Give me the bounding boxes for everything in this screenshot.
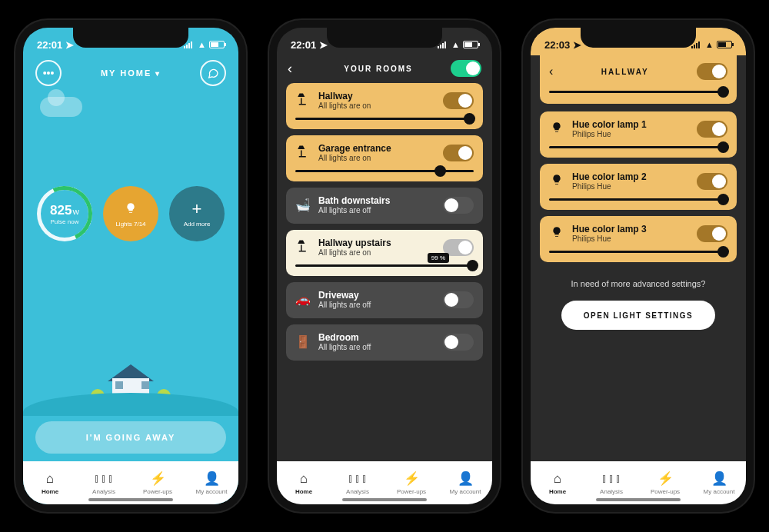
bulb-icon [549,226,564,241]
room-hero: ‹ HALLWAY [540,55,737,104]
lamp-icon [295,239,311,256]
bolt-icon: ⚡ [404,470,420,487]
going-away-button[interactable]: I'M GOING AWAY [35,421,226,454]
add-more-button[interactable]: + Add more [169,186,225,241]
home-icon: ⌂ [46,471,54,487]
bulb-icon [549,174,564,189]
status-time: 22:01 [37,39,62,51]
lamp-icon [295,92,311,109]
lamp-icon [295,145,311,161]
lamp-card[interactable]: Hue color lamp 3Philips Hue [540,216,737,262]
back-button[interactable]: ‹ [549,65,553,78]
lamp-toggle[interactable] [697,121,727,138]
rooms-title: YOUR ROOMS [344,65,412,73]
location-icon: ➤ [319,39,328,51]
tab-account[interactable]: 👤My account [185,461,238,504]
brightness-slider[interactable] [549,146,727,148]
room-toggle[interactable] [443,197,474,214]
chart-icon: ⫾⫾⫾ [348,471,368,487]
room-card[interactable]: 🛁 Bath downstairsAll lights are off [286,188,483,224]
pulse-unit: W [72,208,79,216]
home-indicator[interactable] [88,498,173,501]
brightness-slider[interactable] [549,198,727,201]
lights-label: Lights 7/14 [115,221,145,228]
brightness-badge: 99 % [428,253,449,263]
room-toggle[interactable] [443,291,474,308]
rooms-list: HallwayAll lights are on Garage entrance… [277,83,492,504]
home-icon: ⌂ [554,471,561,487]
add-label: Add more [184,221,211,228]
chart-icon: ⫾⫾⫾ [94,471,115,487]
advanced-question: In need of more advanced settings? [540,279,737,288]
room-title: HALLWAY [601,68,649,76]
bulb-icon [549,121,564,137]
tab-home[interactable]: ⌂Home [23,461,77,504]
pulse-gauge[interactable]: 825W Pulse now [37,186,92,241]
battery-icon [717,41,732,48]
tab-account[interactable]: 👤My account [438,461,492,504]
room-card[interactable]: 🚪 BedroomAll lights are off [286,324,483,361]
bulb-icon [125,201,137,218]
location-icon: ➤ [65,39,74,51]
wifi-icon: ▲ [705,40,714,49]
brightness-slider[interactable] [549,91,727,93]
battery-icon [209,41,225,48]
tab-home[interactable]: ⌂Home [531,461,584,504]
user-icon: 👤 [458,470,474,487]
status-time: 22:03 [544,39,570,51]
room-toggle[interactable] [443,92,474,109]
room-master-toggle[interactable] [697,63,727,80]
lamp-card[interactable]: Hue color lamp 2Philips Hue [540,164,737,210]
lamp-toggle[interactable] [697,225,727,242]
home-title[interactable]: MY HOME [101,68,161,78]
brightness-slider[interactable] [295,264,474,267]
home-indicator[interactable] [596,498,681,501]
lights-button[interactable]: Lights 7/14 [103,186,158,241]
user-icon: 👤 [711,470,727,487]
location-icon: ➤ [573,39,581,51]
chat-button[interactable] [200,60,226,86]
room-card[interactable]: Garage entranceAll lights are on [286,135,483,181]
bolt-icon: ⚡ [657,470,674,487]
tab-account[interactable]: 👤My account [692,461,746,504]
brightness-slider[interactable] [549,251,727,253]
room-toggle[interactable] [443,334,474,351]
wifi-icon: ▲ [451,40,460,49]
bath-icon: 🛁 [295,198,311,212]
cloud-icon [40,97,82,117]
brightness-slider[interactable] [295,170,474,172]
battery-icon [463,41,478,48]
tab-home[interactable]: ⌂Home [277,461,331,504]
back-button[interactable]: ‹ [288,61,306,77]
car-icon: 🚗 [295,292,311,307]
room-card[interactable]: 🚗 DrivewayAll lights are off [286,282,483,318]
home-icon: ⌂ [300,471,308,487]
open-light-settings-button[interactable]: OPEN LIGHT SETTINGS [561,301,715,330]
room-toggle[interactable] [443,145,474,161]
room-card[interactable]: Hallway upstairsAll lights are on 99 % [286,230,483,276]
user-icon: 👤 [204,470,220,487]
lamp-card[interactable]: Hue color lamp 1Philips Hue [540,111,737,158]
lamp-toggle[interactable] [697,173,727,190]
chart-icon: ⫾⫾⫾ [601,471,622,487]
room-card[interactable]: HallwayAll lights are on [286,83,483,129]
door-icon: 🚪 [295,334,311,349]
brightness-slider[interactable] [295,118,474,120]
all-rooms-toggle[interactable] [451,60,481,77]
menu-button[interactable]: ••• [35,60,62,86]
status-time: 22:01 [291,39,316,51]
lamps-list: Hue color lamp 1Philips Hue Hue color la… [531,111,746,504]
pulse-label: Pulse now [51,218,79,225]
ground [23,393,238,416]
pulse-value: 825 [50,203,72,218]
home-indicator[interactable] [342,498,427,501]
plus-icon: + [192,201,202,218]
bolt-icon: ⚡ [150,470,166,487]
wifi-icon: ▲ [198,40,206,49]
